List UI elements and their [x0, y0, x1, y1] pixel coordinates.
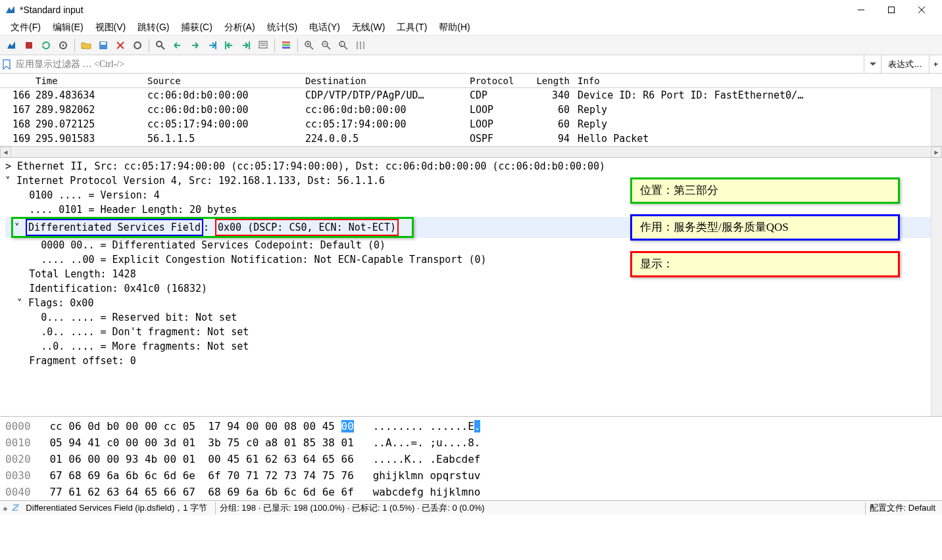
- restart-capture-icon[interactable]: [38, 37, 54, 53]
- autoscroll-icon[interactable]: [255, 37, 271, 53]
- details-vscroll[interactable]: [931, 158, 942, 416]
- window-title: *Standard input: [20, 5, 846, 15]
- status-packets: 分组: 198 · 已显示: 198 (100.0%) · 已标记: 1 (0.…: [215, 502, 860, 514]
- zoom-reset-icon[interactable]: 1: [335, 37, 351, 53]
- filter-dropdown-icon[interactable]: [864, 55, 881, 73]
- packet-bytes-pane: 0000 cc 06 0d b0 00 00 cc 05 17 94 00 00…: [0, 417, 942, 500]
- status-field: Differentiated Services Field (ip.dsfiel…: [22, 502, 211, 514]
- menu-file[interactable]: 文件(F): [5, 20, 46, 35]
- hex-row[interactable]: 0000 cc 06 0d b0 00 00 cc 05 17 94 00 00…: [5, 418, 937, 434]
- tree-ip-reserved[interactable]: 0... .... = Reserved bit: Not set: [5, 310, 942, 325]
- menu-edit[interactable]: 编辑(E): [47, 20, 89, 35]
- status-bar: ● ℤ Differentiated Services Field (ip.ds…: [0, 500, 942, 515]
- annotation-position: 位置：第三部分: [630, 177, 900, 204]
- svg-text:1: 1: [341, 42, 343, 46]
- hex-row[interactable]: 0030 67 68 69 6a 6b 6c 6d 6e 6f 70 71 72…: [5, 467, 937, 484]
- tree-ip-mf[interactable]: ..0. .... = More fragments: Not set: [5, 339, 942, 354]
- goto-packet-icon[interactable]: [204, 37, 220, 53]
- svg-line-27: [327, 46, 330, 49]
- maximize-button[interactable]: [876, 0, 906, 20]
- col-destination[interactable]: Destination: [303, 74, 467, 87]
- menu-capture[interactable]: 捕获(C): [176, 20, 217, 35]
- svg-rect-16: [259, 41, 267, 48]
- packet-row[interactable]: 168290.072125cc:05:17:94:00:00cc:05:17:9…: [0, 117, 942, 131]
- bookmark-icon[interactable]: [0, 59, 13, 70]
- resize-columns-icon[interactable]: [353, 37, 368, 53]
- tree-ip-df[interactable]: .0.. .... = Don't fragment: Not set: [5, 325, 942, 339]
- svg-point-11: [157, 41, 162, 47]
- col-length[interactable]: Length: [526, 74, 572, 87]
- display-filter-input[interactable]: [13, 57, 864, 72]
- display-filter-bar: 表达式… +: [0, 55, 942, 74]
- app-icon: [5, 5, 16, 15]
- annotation-display: 显示：: [630, 251, 900, 277]
- col-source[interactable]: Source: [145, 74, 303, 87]
- zoom-in-icon[interactable]: [301, 37, 317, 53]
- start-capture-icon[interactable]: [4, 37, 20, 53]
- status-bullet-icon: ●: [3, 503, 8, 513]
- go-first-icon[interactable]: [221, 37, 237, 53]
- packet-list-pane: Time Source Destination Protocol Length …: [0, 74, 942, 158]
- scroll-right-icon[interactable]: ►: [931, 147, 942, 158]
- go-last-icon[interactable]: [238, 37, 254, 53]
- zoom-out-icon[interactable]: [318, 37, 334, 53]
- tree-ip-fragoff[interactable]: Fragment offset: 0: [5, 354, 942, 368]
- col-protocol[interactable]: Protocol: [467, 74, 526, 87]
- svg-rect-4: [26, 42, 32, 49]
- save-file-icon[interactable]: [95, 37, 111, 53]
- svg-point-6: [62, 44, 64, 46]
- go-forward-icon[interactable]: [187, 37, 203, 53]
- menu-go[interactable]: 跳转(G): [132, 20, 174, 35]
- packet-row[interactable]: 166289.483634cc:06:0d:b0:00:00CDP/VTP/DT…: [0, 88, 942, 103]
- svg-line-12: [161, 46, 164, 49]
- expression-button[interactable]: 表达式…: [881, 55, 929, 73]
- stop-capture-icon[interactable]: [21, 37, 37, 53]
- minimize-button[interactable]: [846, 0, 876, 20]
- svg-rect-20: [282, 44, 290, 46]
- packet-details-pane: > Ethernet II, Src: cc:05:17:94:00:00 (c…: [0, 158, 942, 417]
- packet-list-header: Time Source Destination Protocol Length …: [0, 74, 942, 88]
- tree-ip-flags[interactable]: ˅ Flags: 0x00: [5, 296, 942, 310]
- close-file-icon[interactable]: [112, 37, 128, 53]
- menu-view[interactable]: 视图(V): [90, 20, 132, 35]
- svg-rect-1: [889, 7, 895, 13]
- menu-wireless[interactable]: 无线(W): [347, 20, 391, 35]
- window-title-bar: *Standard input: [0, 0, 942, 20]
- svg-line-30: [344, 46, 347, 49]
- packet-row[interactable]: 169295.90158356.1.1.5224.0.0.5OSPF94Hell…: [0, 131, 942, 146]
- svg-rect-21: [282, 47, 290, 49]
- go-back-icon[interactable]: [170, 37, 186, 53]
- menu-bar: 文件(F) 编辑(E) 视图(V) 跳转(G) 捕获(C) 分析(A) 统计(S…: [0, 20, 942, 35]
- hex-row[interactable]: 0020 01 06 00 00 93 4b 00 01 00 45 61 62…: [5, 451, 937, 467]
- hex-row[interactable]: 0010 05 94 41 c0 00 00 3d 01 3b 75 c0 a8…: [5, 434, 937, 451]
- status-profile[interactable]: 配置文件: Default: [865, 502, 939, 514]
- capture-options-icon[interactable]: [55, 37, 71, 53]
- menu-tools[interactable]: 工具(T): [391, 20, 432, 35]
- svg-line-23: [310, 46, 313, 49]
- packet-list-hscroll[interactable]: ◄ ►: [0, 146, 942, 157]
- colorize-icon[interactable]: [278, 37, 294, 53]
- status-expert-icon[interactable]: ℤ: [12, 503, 18, 513]
- open-file-icon[interactable]: [78, 37, 94, 53]
- packet-list-vscroll[interactable]: [931, 88, 942, 146]
- annotation-role: 作用：服务类型/服务质量QOS: [630, 214, 900, 241]
- svg-rect-19: [282, 41, 290, 43]
- find-icon[interactable]: [153, 37, 168, 53]
- reload-icon[interactable]: [130, 37, 145, 53]
- close-button[interactable]: [906, 0, 937, 20]
- col-info[interactable]: Info: [572, 74, 942, 87]
- tree-ethernet[interactable]: > Ethernet II, Src: cc:05:17:94:00:00 (c…: [5, 159, 942, 174]
- svg-rect-8: [101, 42, 106, 45]
- menu-analyze[interactable]: 分析(A): [219, 20, 260, 35]
- packet-row[interactable]: 167289.982062cc:06:0d:b0:00:00cc:06:0d:b…: [0, 103, 942, 117]
- main-toolbar: 1: [0, 35, 942, 55]
- hex-row[interactable]: 0040 77 61 62 63 64 65 66 67 68 69 6a 6b…: [5, 484, 937, 500]
- tree-ip-id[interactable]: Identification: 0x41c0 (16832): [5, 281, 942, 296]
- menu-telephony[interactable]: 电话(Y): [304, 20, 345, 35]
- menu-stats[interactable]: 统计(S): [262, 20, 303, 35]
- menu-help[interactable]: 帮助(H): [434, 20, 475, 35]
- col-time[interactable]: Time: [33, 74, 145, 87]
- scroll-left-icon[interactable]: ◄: [0, 147, 11, 158]
- add-filter-button[interactable]: +: [929, 55, 942, 73]
